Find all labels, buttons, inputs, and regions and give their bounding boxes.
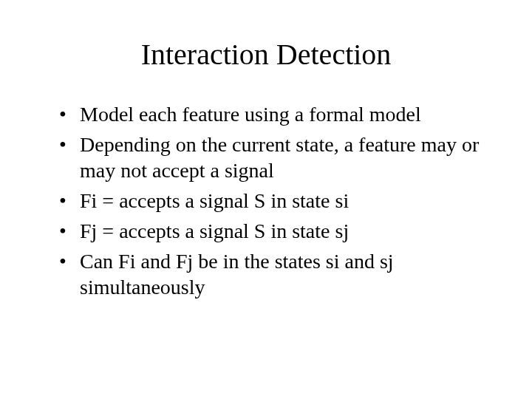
slide-title: Interaction Detection [44, 37, 488, 72]
slide: Interaction Detection Model each feature… [0, 0, 532, 399]
list-item: Fi = accepts a signal S in state si [59, 188, 488, 214]
list-item: Can Fi and Fj be in the states si and sj… [59, 248, 488, 300]
bullet-list: Model each feature using a formal model … [59, 101, 488, 300]
list-item: Depending on the current state, a featur… [59, 132, 488, 183]
list-item: Model each feature using a formal model [59, 101, 488, 127]
list-item: Fj = accepts a signal S in state sj [59, 218, 488, 244]
